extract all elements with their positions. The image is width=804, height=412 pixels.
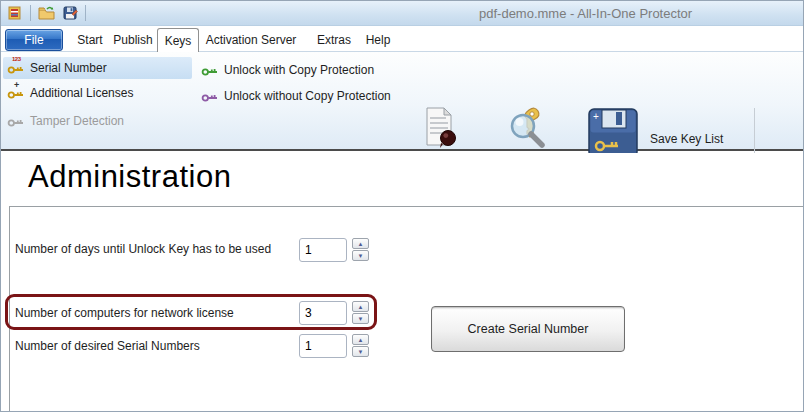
big-button-label: Save Key List (650, 132, 723, 146)
ribbon-item-label: Unlock with Copy Protection (224, 63, 374, 77)
spin-up-icon[interactable]: ▲ (352, 334, 369, 345)
tamper-detection-key-icon (7, 113, 24, 129)
tab-activation-server[interactable]: Activation Server (203, 29, 299, 51)
network-computers-spinner: ▲ ▼ (299, 301, 369, 325)
descriptions-icon (419, 106, 459, 152)
create-serial-number-button[interactable]: Create Serial Number (431, 306, 625, 352)
ribbon-item-unlock-with-protection[interactable]: Unlock with Copy Protection (201, 62, 374, 78)
spin-up-icon[interactable]: ▲ (352, 301, 369, 312)
ribbon-item-unlock-without-protection[interactable]: Unlock without Copy Protection (201, 88, 391, 104)
spin-down-icon[interactable]: ▼ (352, 250, 369, 261)
spin-down-icon[interactable]: ▼ (352, 313, 369, 324)
tab-publish[interactable]: Publish (107, 29, 159, 51)
green-key-icon (201, 62, 218, 78)
serial-number-key-icon: 123 (7, 60, 24, 76)
tab-file[interactable]: File (5, 29, 63, 51)
additional-licenses-key-icon: + (7, 85, 24, 101)
network-computers-label: Number of computers for network license (15, 306, 234, 320)
title-bar: pdf-demo.mme - All-In-One Protector (1, 1, 803, 26)
ribbon-tab-bar: File Start Publish Keys Activation Serve… (1, 26, 803, 51)
desired-serials-label: Number of desired Serial Numbers (15, 339, 200, 353)
app-window: pdf-demo.mme - All-In-One Protector File… (0, 0, 804, 412)
svg-text:+: + (593, 111, 599, 122)
tab-keys[interactable]: Keys (157, 28, 199, 52)
save-file-icon[interactable] (61, 4, 79, 22)
open-file-icon[interactable] (37, 4, 55, 22)
app-logo-icon[interactable] (6, 4, 24, 22)
network-computers-input[interactable] (299, 301, 347, 325)
ribbon-item-serial-number[interactable]: 123 Serial Number (3, 57, 192, 79)
days-until-unlock-input[interactable] (299, 238, 347, 262)
ribbon-item-label: Serial Number (30, 61, 107, 75)
days-until-unlock-spinner: ▲ ▼ (299, 238, 369, 262)
spin-up-icon[interactable]: ▲ (352, 238, 369, 249)
administration-page: Administration Number of days until Unlo… (1, 153, 803, 412)
desired-serials-spinner: ▲ ▼ (299, 334, 369, 358)
ribbon-item-label: Tamper Detection (30, 114, 124, 128)
tab-extras[interactable]: Extras (314, 29, 354, 51)
badge-plus: + (14, 80, 19, 90)
ribbon-item-label: Additional Licenses (30, 86, 133, 100)
purple-key-icon (201, 88, 218, 104)
quick-access-toolbar (6, 4, 86, 22)
analyze-key-icon (505, 106, 551, 152)
ribbon-item-tamper-detection: Tamper Detection (3, 110, 192, 132)
badge-123: 123 (12, 56, 21, 62)
tab-help[interactable]: Help (361, 29, 395, 51)
toolbar-separator (85, 5, 86, 21)
ribbon-item-label: Unlock without Copy Protection (224, 89, 391, 103)
ribbon-keys-panel: 123 Serial Number + Additional Licenses (1, 51, 803, 151)
window-title: pdf-demo.mme - All-In-One Protector (479, 6, 692, 21)
page-title: Administration (28, 159, 231, 195)
toolbar-separator (30, 5, 31, 21)
desired-serials-input[interactable] (299, 334, 347, 358)
days-until-unlock-label: Number of days until Unlock Key has to b… (15, 242, 271, 256)
ribbon-item-additional-licenses[interactable]: + Additional Licenses (3, 82, 192, 104)
spin-down-icon[interactable]: ▼ (352, 346, 369, 357)
